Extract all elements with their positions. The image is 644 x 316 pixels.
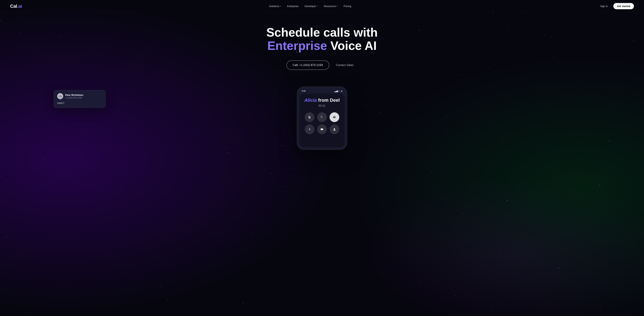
- speaker-button[interactable]: [330, 112, 339, 122]
- nav-item-resources[interactable]: Resources ▾: [324, 5, 338, 8]
- keypad-button[interactable]: [317, 112, 327, 122]
- add-icon: +: [308, 127, 311, 131]
- nav-item-enterprise[interactable]: Enterprise: [287, 5, 298, 8]
- nav-item-solutions[interactable]: Solutions ▾: [269, 5, 281, 8]
- caller-from-text: from: [317, 98, 330, 103]
- call-controls-row1: [305, 112, 339, 122]
- call-timer: 01:11: [319, 104, 325, 107]
- mute-button[interactable]: [305, 112, 314, 122]
- wifi-icon: ∿: [339, 90, 340, 92]
- nav-item-pricing[interactable]: Pricing: [344, 5, 351, 8]
- nav-link-developer[interactable]: Developer ▾: [304, 5, 318, 8]
- caller-name: Alicia from Deel: [304, 98, 340, 103]
- chevron-down-icon: ▾: [336, 5, 338, 7]
- microphone-off-icon: [308, 116, 311, 119]
- add-call-button[interactable]: +: [305, 124, 314, 134]
- person-icon: [333, 128, 336, 131]
- call-controls-row2: +: [305, 124, 339, 134]
- signin-button[interactable]: Sign in: [598, 3, 610, 9]
- caller-company: Deel: [330, 98, 340, 103]
- phone-time: 9:41: [302, 90, 306, 92]
- notification-info: Peer Richelsen +1 (415) 873-1159: [65, 94, 102, 99]
- contact-sales-button[interactable]: Contact Sales: [332, 61, 358, 70]
- notification-card: PN Peer Richelsen +1 (415) 873-1159 Hell…: [54, 90, 106, 108]
- phone-screen: Alicia from Deel 01:11: [299, 94, 345, 147]
- hero-section: Schedule calls with Enterprise Voice AI …: [0, 13, 644, 77]
- caller-first-name: Alicia: [304, 98, 317, 103]
- notification-caller-phone: +1 (415) 873-1159: [65, 97, 102, 99]
- signal-icon: ▂▄▆: [334, 90, 338, 92]
- logo[interactable]: Cal.ai: [10, 4, 22, 9]
- hero-title: Schedule calls with Enterprise Voice AI: [3, 26, 641, 52]
- nav-link-enterprise[interactable]: Enterprise: [287, 5, 298, 8]
- phone-status-icons: ▂▄▆ ∿ ▮: [334, 90, 342, 92]
- nav-link-resources[interactable]: Resources ▾: [324, 5, 338, 8]
- notification-header: PN Peer Richelsen +1 (415) 873-1159: [57, 93, 102, 99]
- chevron-down-icon: ▾: [280, 5, 281, 7]
- phone-status-bar: 9:41 ▂▄▆ ∿ ▮: [299, 89, 345, 94]
- nav-item-developer[interactable]: Developer ▾: [304, 5, 318, 8]
- keypad-icon: [320, 116, 324, 119]
- contact-button[interactable]: [330, 124, 339, 134]
- chevron-down-icon: ▾: [317, 5, 318, 7]
- avatar: PN: [57, 93, 63, 99]
- video-icon: [320, 128, 324, 131]
- getstarted-button[interactable]: Get started: [613, 3, 634, 9]
- navbar: Cal.ai Solutions ▾ Enterprise Developer …: [0, 0, 644, 13]
- call-button[interactable]: Call: +1 (415) 873-1159: [286, 61, 329, 70]
- hero-title-voice-ai: Voice AI: [327, 39, 377, 52]
- hero-title-line1: Schedule calls with: [3, 26, 641, 39]
- battery-icon: ▮: [341, 90, 342, 92]
- nav-link-pricing[interactable]: Pricing: [344, 5, 351, 8]
- nav-links: Solutions ▾ Enterprise Developer ▾ Resou…: [269, 5, 351, 8]
- phone-area: 9:41 ▂▄▆ ∿ ▮ Alicia from Deel 01:11: [0, 87, 644, 150]
- hero-buttons: Call: +1 (415) 873-1159 Contact Sales: [3, 61, 641, 70]
- speaker-icon: [333, 116, 336, 119]
- notification-caller-name: Peer Richelsen: [65, 94, 102, 96]
- hero-title-line2: Enterprise Voice AI: [3, 39, 641, 52]
- nav-link-solutions[interactable]: Solutions ▾: [269, 5, 281, 8]
- logo-text: Cal.ai: [10, 4, 22, 9]
- phone-mockup: 9:41 ▂▄▆ ∿ ▮ Alicia from Deel 01:11: [297, 87, 347, 150]
- video-button[interactable]: [317, 124, 327, 134]
- notification-message: Hello?: [57, 101, 102, 105]
- nav-actions: Sign in Get started: [598, 3, 634, 9]
- hero-title-enterprise: Enterprise: [267, 39, 327, 52]
